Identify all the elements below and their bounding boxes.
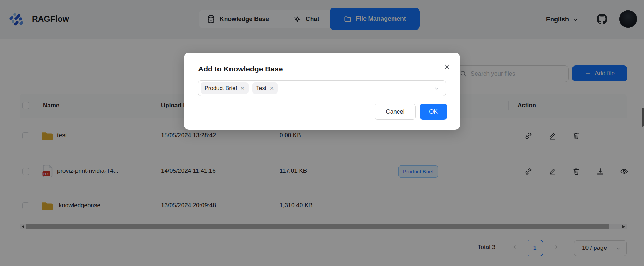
modal-title: Add to Knowledge Base [198, 65, 283, 73]
remove-tag-icon[interactable]: ✕ [270, 85, 274, 91]
selected-tag: Test ✕ [252, 82, 278, 94]
ok-button[interactable]: OK [420, 104, 447, 120]
chevron-down-icon [434, 85, 440, 91]
selected-tag-label: Test [256, 85, 266, 91]
selected-tag-label: Product Brief [204, 85, 237, 91]
add-to-knowledge-base-modal: Add to Knowledge Base Product Brief ✕ Te… [184, 53, 460, 130]
remove-tag-icon[interactable]: ✕ [240, 85, 245, 91]
knowledge-base-multiselect[interactable]: Product Brief ✕ Test ✕ [198, 80, 446, 96]
close-icon[interactable] [441, 61, 453, 73]
cancel-button[interactable]: Cancel [375, 104, 416, 120]
app-window: RAGFlow Knowledge Base Chat [0, 0, 644, 266]
selected-tag: Product Brief ✕ [201, 82, 249, 94]
modal-overlay-mask[interactable] [0, 0, 644, 266]
